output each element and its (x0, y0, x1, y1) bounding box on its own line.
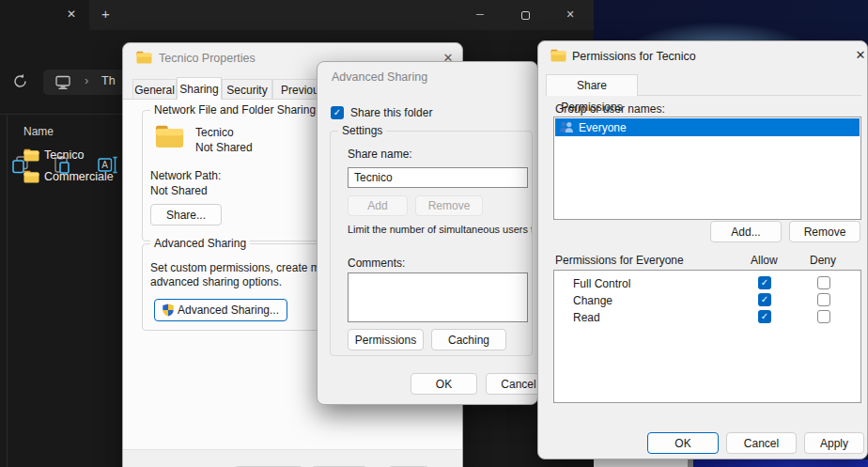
dialog-title: Permissions for Tecnico (572, 50, 696, 63)
cancel-button[interactable]: Cancel (726, 432, 797, 454)
permissions-dialog: Permissions for Tecnico ✕ Share Permissi… (537, 40, 868, 459)
group-users-icon (559, 120, 574, 133)
screen: ✕ + ─ ✕ › Th arch Data (0, 0, 868, 467)
comments-label: Comments: (348, 257, 405, 270)
deny-column-header: Deny (810, 254, 836, 267)
group-name: Everyone (579, 121, 627, 134)
folder-icon (136, 51, 152, 64)
share-this-folder-label: Share this folder (350, 106, 432, 119)
permission-name: Change (573, 294, 612, 307)
tab-security[interactable]: Security (222, 79, 272, 100)
add-user-button[interactable]: Add... (710, 221, 782, 242)
folder-icon-large (155, 124, 184, 148)
permissions-button[interactable]: Permissions (348, 329, 424, 350)
allow-checkbox[interactable]: ✓ (758, 310, 771, 323)
wallpaper-bloom-strip (693, 459, 868, 467)
share-name-input[interactable] (348, 167, 528, 188)
folder-icon (23, 148, 39, 162)
caching-button[interactable]: Caching (431, 329, 506, 350)
deny-checkbox[interactable] (817, 310, 830, 323)
permission-name: Read (573, 311, 600, 324)
network-path-label: Network Path: (150, 169, 221, 182)
permissions-title-bar: Permissions for Tecnico ✕ (538, 41, 867, 71)
allow-column-header: Allow (751, 254, 778, 267)
advanced-sharing-title-bar: Advanced Sharing (318, 62, 537, 92)
tab-general[interactable]: General (132, 79, 177, 100)
new-tab-icon[interactable]: + (101, 6, 110, 22)
network-path-value: Not Shared (150, 184, 208, 197)
pane-divider (7, 116, 8, 467)
apply-button[interactable]: Apply (804, 432, 864, 454)
allow-checkbox[interactable]: ✓ (758, 293, 771, 306)
properties-button-bar (123, 449, 462, 467)
group-label: Settings (338, 124, 386, 137)
group-user-listbox[interactable]: Everyone (553, 117, 861, 220)
ok-button[interactable]: OK (647, 432, 719, 454)
advanced-sharing-dialog: Advanced Sharing ✓ Share this folder Set… (317, 61, 538, 405)
advanced-sharing-button[interactable]: Advanced Sharing... (154, 299, 287, 321)
maximize-icon[interactable] (509, 0, 541, 28)
shared-folder-name: Tecnico (195, 126, 234, 139)
list-item-everyone[interactable]: Everyone (555, 118, 860, 136)
remove-user-button[interactable]: Remove (789, 221, 860, 242)
folder-icon (550, 49, 566, 62)
group-label: Network File and Folder Sharing (150, 103, 319, 117)
background-window-fragment (594, 459, 688, 467)
permissions-for-label: Permissions for Everyone (555, 254, 684, 267)
limit-users-label: Limit the number of simultaneous users t… (348, 224, 532, 235)
close-icon[interactable]: ✕ (852, 48, 868, 62)
settings-group: Settings Share name: Add Remove Limit th… (330, 131, 533, 356)
dialog-title: Advanced Sharing (332, 70, 427, 84)
explorer-tab-bar: ✕ + ─ ✕ (0, 0, 594, 30)
folder-icon (23, 170, 39, 183)
deny-checkbox[interactable] (817, 293, 830, 306)
share-button[interactable]: Share... (150, 204, 222, 226)
name-column-header[interactable]: Name (23, 125, 54, 138)
advanced-description-line1: Set custom permissions, create multip (150, 261, 341, 274)
ok-button[interactable]: OK (411, 373, 477, 395)
shared-folder-status: Not Shared (195, 141, 253, 154)
advanced-description-line2: advanced sharing options. (150, 275, 282, 288)
comments-textarea[interactable] (348, 272, 528, 322)
tab-close-icon[interactable]: ✕ (67, 8, 76, 21)
window-close-icon[interactable]: ✕ (554, 0, 586, 28)
folder-name: Tecnico (44, 148, 84, 162)
share-name-label: Share name: (348, 148, 412, 161)
folder-name: Commerciale (44, 170, 114, 183)
add-button[interactable]: Add (348, 195, 408, 216)
tab-sharing[interactable]: Sharing (177, 77, 222, 100)
deny-checkbox[interactable] (817, 276, 830, 289)
group-label: Advanced Sharing (150, 237, 250, 250)
permissions-listbox: Full Control ✓ Change ✓ Read ✓ (553, 270, 861, 403)
dialog-title: Tecnico Properties (159, 52, 256, 65)
explorer-tab[interactable]: ✕ (0, 0, 89, 30)
minimize-icon[interactable]: ─ (464, 0, 496, 28)
share-this-folder-checkbox[interactable]: ✓ (331, 106, 344, 119)
allow-checkbox[interactable]: ✓ (758, 276, 771, 289)
remove-button[interactable]: Remove (415, 195, 483, 216)
tab-share-permissions[interactable]: Share Permissions (546, 74, 638, 96)
permission-name: Full Control (573, 277, 630, 290)
